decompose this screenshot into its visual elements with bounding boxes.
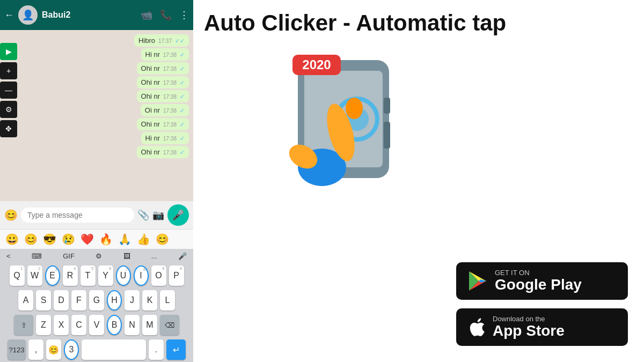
minus-button[interactable]: — <box>0 82 17 99</box>
emoji-2[interactable]: 😊 <box>24 233 38 246</box>
kb-key-M[interactable]: M <box>142 315 157 335</box>
kb-key-[interactable]: 😊 <box>46 339 61 360</box>
app-store-button[interactable]: Download on the App Store <box>456 308 628 346</box>
kb-key-N[interactable]: N <box>125 315 140 335</box>
kb-key-[interactable]: ⇧ <box>14 315 33 335</box>
table-row: Hibro17:37✓✓ <box>134 34 189 47</box>
phone-call-icon[interactable]: 📞 <box>160 9 172 21</box>
keyboard-toolbar: < ⌨ GIF ⚙ 🖼 ... 🎤 <box>0 249 193 263</box>
more-options-icon[interactable]: ⋮ <box>179 9 189 21</box>
key-number: 6 <box>109 266 111 271</box>
emoji-5[interactable]: ❤️ <box>80 233 94 246</box>
kb-key-V[interactable]: V <box>89 315 104 335</box>
key-label: F <box>76 295 82 305</box>
key-number: 0 <box>180 266 182 271</box>
kb-key-O[interactable]: 9O <box>151 265 166 286</box>
key-label: ⇧ <box>21 321 27 329</box>
app-content: 2020 GET IT ON Google Play <box>204 44 628 351</box>
message-text: Oi nr <box>145 106 160 114</box>
kb-key-[interactable] <box>82 339 146 360</box>
move-button[interactable]: ✥ <box>0 120 17 137</box>
kb-image-icon[interactable]: 🖼 <box>121 251 133 261</box>
emoji-7[interactable]: 🙏 <box>118 233 131 246</box>
attach-button[interactable]: 📎 <box>137 209 149 221</box>
kb-key-Y[interactable]: 6Y <box>98 265 113 286</box>
kb-mic-icon[interactable]: 🎤 <box>176 251 189 261</box>
kb-key-H[interactable]: H <box>107 290 122 311</box>
message-text: Ohi nr <box>141 92 160 100</box>
kb-key-L[interactable]: L <box>160 290 175 311</box>
key-label: X <box>58 320 64 330</box>
kb-back-button[interactable]: < <box>4 251 13 261</box>
kb-key-X[interactable]: X <box>54 315 69 335</box>
right-panel: Auto Clicker - Automatic tap <box>193 0 644 362</box>
key-label: . <box>155 345 157 354</box>
emoji-picker-button[interactable]: 😊 <box>4 209 18 221</box>
message-input[interactable] <box>21 208 134 223</box>
message-check: ✓ <box>180 107 185 114</box>
kb-more-button[interactable]: ... <box>149 251 159 261</box>
svg-point-8 <box>346 98 363 119</box>
kb-key-Q[interactable]: 1Q <box>10 265 25 286</box>
kb-key-3[interactable]: 3 <box>64 339 79 360</box>
camera-button[interactable]: 📷 <box>152 209 164 221</box>
kb-key-Z[interactable]: Z <box>36 315 51 335</box>
plus-icon: + <box>6 67 11 75</box>
emoji-8[interactable]: 👍 <box>137 233 150 246</box>
key-label: 😊 <box>48 345 59 355</box>
kb-settings-icon[interactable]: ⚙ <box>93 251 104 261</box>
emoji-1[interactable]: 😀 <box>5 233 19 246</box>
message-check: ✓ <box>180 79 185 86</box>
kb-key-[interactable]: ↵ <box>166 339 186 360</box>
back-button[interactable]: ← <box>4 10 14 21</box>
kb-gif-button[interactable]: GIF <box>61 251 77 261</box>
emoji-9[interactable]: 😊 <box>156 233 169 246</box>
key-number: 2 <box>38 266 40 271</box>
play-button[interactable]: ▶ <box>0 43 17 60</box>
kb-key-123[interactable]: ?123 <box>8 339 26 360</box>
kb-key-U[interactable]: 7U <box>116 265 131 286</box>
kb-key-[interactable]: ⌫ <box>160 315 179 335</box>
message-check: ✓ <box>180 135 185 142</box>
kb-key-S[interactable]: S <box>36 290 51 311</box>
key-label: Q <box>13 271 20 280</box>
settings-button[interactable]: ⚙ <box>0 101 17 118</box>
message-input-area: 😊 📎 📷 🎤 <box>0 201 193 229</box>
kb-key-P[interactable]: 0P <box>169 265 184 286</box>
svg-rect-2 <box>384 98 390 114</box>
message-time: 17:38 <box>163 52 177 58</box>
kb-keyboard-icon[interactable]: ⌨ <box>30 251 44 261</box>
kb-key-G[interactable]: G <box>89 290 104 311</box>
voice-button[interactable]: 🎤 <box>167 204 189 226</box>
emoji-6[interactable]: 🔥 <box>99 233 113 246</box>
key-label: ⌫ <box>165 321 174 329</box>
kb-key-F[interactable]: F <box>71 290 86 311</box>
kb-key-A[interactable]: A <box>18 290 33 311</box>
key-number: 5 <box>91 266 93 271</box>
emoji-3[interactable]: 😎 <box>43 233 56 246</box>
app-store-text: Download on the App Store <box>493 315 565 339</box>
video-call-icon[interactable]: 📹 <box>141 9 152 21</box>
key-label: W <box>31 271 39 280</box>
kb-key-T[interactable]: 5T <box>80 265 96 286</box>
google-play-button[interactable]: GET IT ON Google Play <box>456 262 628 300</box>
kb-key-B[interactable]: B <box>107 315 122 335</box>
kb-key-I[interactable]: 8I <box>134 265 149 286</box>
message-text: Ohi nr <box>141 64 160 72</box>
kb-key-E[interactable]: 3E <box>45 265 60 286</box>
key-label: U <box>120 271 127 280</box>
kb-key-D[interactable]: D <box>54 290 69 311</box>
kb-key-W[interactable]: 2W <box>27 265 42 286</box>
add-button[interactable]: + <box>0 62 17 79</box>
google-play-large-text: Google Play <box>495 277 582 293</box>
kb-key-C[interactable]: C <box>71 315 86 335</box>
message-check: ✓ <box>180 149 185 156</box>
kb-key-[interactable]: , <box>28 339 43 360</box>
kb-key-K[interactable]: K <box>142 290 157 311</box>
message-time: 17:38 <box>163 136 177 142</box>
key-label: , <box>35 345 37 354</box>
kb-key-J[interactable]: J <box>125 290 140 311</box>
emoji-4[interactable]: 😢 <box>62 233 75 246</box>
kb-key-[interactable]: . <box>149 339 164 360</box>
kb-key-R[interactable]: 4R <box>63 265 78 286</box>
